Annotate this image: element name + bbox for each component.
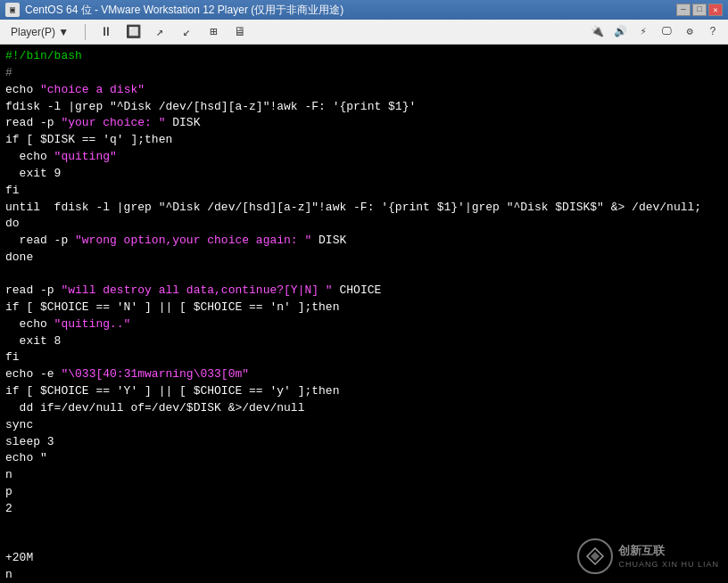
terminal-line: echo "choice a disk"	[5, 82, 723, 99]
terminal-line: p	[5, 484, 723, 501]
terminal-line: exit 9	[5, 166, 723, 183]
terminal-line: #!/bin/bash	[5, 48, 723, 65]
separator-1	[85, 24, 86, 40]
terminal-line: fi	[5, 183, 723, 200]
terminal-line: read -p "will destroy all data,continue?…	[5, 283, 723, 300]
terminal-line: done	[5, 250, 723, 267]
watermark-logo	[577, 538, 613, 574]
terminal-line: read -p "your choice: " DISK	[5, 115, 723, 132]
terminal-line: if [ $DISK == 'q' ];then	[5, 132, 723, 149]
terminal-line: do	[5, 216, 723, 233]
minimize-button[interactable]: —	[676, 4, 691, 16]
terminal-line: n	[5, 467, 723, 484]
terminal-line	[5, 518, 723, 534]
vmware-tools[interactable]: ↙	[177, 22, 196, 42]
terminal-line: echo "quiting.."	[5, 316, 723, 333]
terminal-line: echo "quiting"	[5, 149, 723, 166]
window-title: CentOS 64 位 - VMware Workstation 12 Play…	[25, 3, 671, 18]
player-menu[interactable]: Player(P) ▼	[5, 24, 74, 40]
help-icon[interactable]: ?	[703, 22, 723, 42]
usb-icon[interactable]: ⚡	[633, 22, 653, 42]
terminal-line	[5, 267, 723, 283]
terminal-line: sleep 3	[5, 434, 723, 451]
titlebar: ▣ CentOS 64 位 - VMware Workstation 12 Pl…	[0, 0, 728, 20]
watermark-text: 创新互联 CHUANG XIN HU LIAN	[618, 543, 719, 571]
terminal-line: 2	[5, 501, 723, 518]
terminal-line: echo "	[5, 450, 723, 467]
app-icon: ▣	[5, 3, 20, 17]
terminal-line: #	[5, 65, 723, 82]
terminal-line: if [ $CHOICE == 'Y' ] || [ $CHOICE == 'y…	[5, 383, 723, 400]
toolbar-right: 🔌 🔊 ⚡ 🖵 ⚙ ?	[587, 22, 723, 42]
menubar: Player(P) ▼ ⏸ 🔲 ↗ ↙ ⊞ 🖥 🔌 🔊 ⚡ 🖵 ⚙ ?	[0, 20, 728, 45]
send-ctrl-alt-del[interactable]: ↗	[150, 22, 170, 42]
fit-guest-button[interactable]: 🔲	[123, 22, 143, 42]
restore-button[interactable]: □	[692, 4, 707, 16]
display-icon[interactable]: 🖵	[657, 22, 676, 42]
terminal-area[interactable]: #!/bin/bash#echo "choice a disk"fdisk -l…	[0, 45, 728, 583]
terminal-line: echo -e "\033[40:31mwarning\033[0m"	[5, 366, 723, 383]
settings-icon[interactable]: ⚙	[680, 22, 699, 42]
terminal-line: fi	[5, 349, 723, 366]
terminal-line: fdisk -l |grep "^Disk /dev/[hsd][a-z]"!a…	[5, 99, 723, 116]
watermark: 创新互联 CHUANG XIN HU LIAN	[577, 538, 719, 574]
close-button[interactable]: ✕	[708, 4, 723, 16]
fullscreen-button[interactable]: 🖥	[230, 22, 250, 42]
terminal-line: until fdisk -l |grep "^Disk /dev/[hsd][a…	[5, 200, 723, 217]
terminal-line: dd if=/dev/null of=/dev/$DISK &>/dev/nul…	[5, 400, 723, 417]
terminal-line: if [ $CHOICE == 'N' ] || [ $CHOICE == 'n…	[5, 300, 723, 316]
terminal-line: read -p "wrong option,your choice again:…	[5, 233, 723, 250]
terminal-line: sync	[5, 417, 723, 434]
terminal-line: exit 8	[5, 333, 723, 350]
pause-button[interactable]: ⏸	[96, 22, 116, 42]
snapshot-button[interactable]: ⊞	[203, 22, 223, 42]
window-controls: — □ ✕	[676, 4, 723, 16]
network-icon[interactable]: 🔌	[587, 22, 607, 42]
sound-icon[interactable]: 🔊	[610, 22, 630, 42]
